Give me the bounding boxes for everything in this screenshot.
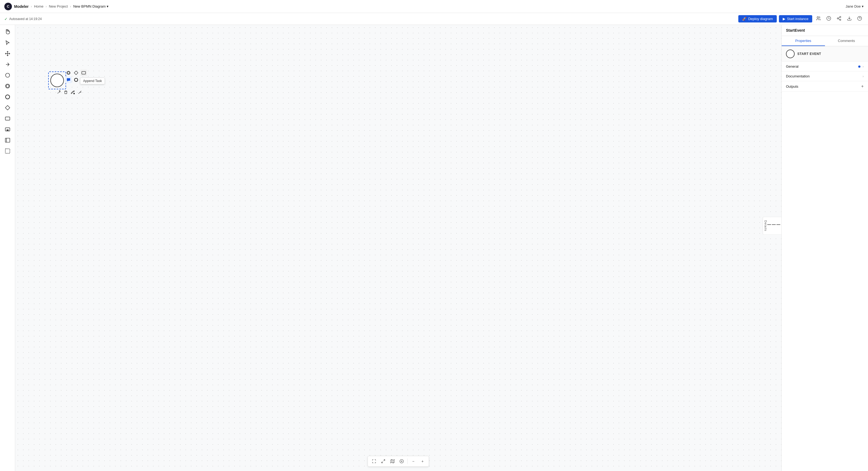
intermediate-event-button[interactable] — [3, 81, 12, 91]
section-outputs-left: Outputs — [786, 85, 799, 89]
svg-point-4 — [840, 19, 841, 21]
top-navigation: C Modeler › Home › New Project › New BPM… — [0, 0, 868, 13]
section-general[interactable]: General › — [782, 62, 868, 71]
ctx-wrench[interactable] — [56, 89, 62, 95]
svg-point-0 — [817, 17, 819, 18]
ctx-append-end-event[interactable] — [73, 76, 79, 83]
svg-point-29 — [74, 78, 78, 82]
zoom-in-button[interactable]: + — [418, 457, 427, 465]
app-logo: C — [4, 3, 12, 10]
deploy-diagram-button[interactable]: 🚀 Deploy diagram — [738, 15, 776, 23]
breadcrumb-sep-2: › — [45, 5, 46, 8]
ctx-row-2 — [65, 76, 87, 83]
start-event-element[interactable]: Append Task — [50, 74, 64, 87]
subprocess-button[interactable] — [3, 125, 12, 134]
ctx-append-task[interactable] — [81, 69, 87, 76]
panel-tabs: Properties Comments — [782, 36, 868, 46]
pool-button[interactable] — [3, 135, 12, 145]
group-icon — [5, 148, 10, 154]
svg-point-16 — [5, 95, 9, 99]
fit-to-screen-button[interactable] — [370, 457, 378, 465]
fit-screen-icon — [372, 459, 376, 464]
app-name: Modeler — [14, 4, 29, 9]
select-tool-button[interactable] — [3, 38, 12, 48]
ctx-actions-bottom — [56, 89, 83, 95]
breadcrumb-project[interactable]: New Project — [49, 4, 68, 8]
bpmn-canvas[interactable]: Append Task — [15, 25, 781, 471]
svg-marker-35 — [391, 459, 395, 463]
svg-rect-22 — [5, 138, 10, 143]
select-icon — [5, 40, 10, 45]
ctx-append-gateway[interactable] — [73, 69, 79, 76]
user-chevron-icon: ▾ — [862, 4, 864, 8]
rocket-icon: 🚀 — [742, 17, 746, 21]
end-event-button[interactable] — [3, 92, 12, 102]
diagram-name[interactable]: New BPMN Diagram ▾ — [73, 4, 108, 8]
svg-rect-28 — [82, 71, 86, 74]
section-outputs[interactable]: Outputs + — [782, 81, 868, 92]
autosave-text: Autosaved at 14:19:24 — [9, 17, 42, 21]
section-general-left: General — [786, 64, 799, 68]
group-button[interactable] — [3, 146, 12, 156]
ctx-append-intermediate[interactable] — [65, 69, 72, 76]
collaborators-button[interactable] — [814, 15, 823, 23]
double-circle-icon — [5, 83, 10, 89]
panel-content: START EVENT General › Documentation › — [782, 46, 868, 471]
hand-icon — [5, 29, 10, 35]
circle-tool-button[interactable] — [3, 70, 12, 80]
start-event-circle[interactable] — [50, 74, 64, 87]
breadcrumb-home[interactable]: Home — [34, 4, 43, 8]
ctx-color[interactable] — [70, 89, 76, 95]
zoom-out-button[interactable]: − — [409, 457, 417, 465]
ctx-line[interactable] — [77, 89, 83, 95]
download-icon — [847, 16, 852, 21]
context-tools — [65, 69, 87, 83]
task-button[interactable] — [3, 114, 12, 123]
crosshair-icon — [400, 459, 404, 464]
gateway-button[interactable] — [3, 103, 12, 113]
pool-icon — [5, 137, 10, 143]
tab-comments[interactable]: Comments — [825, 36, 868, 46]
connect-tool-button[interactable] — [3, 60, 12, 69]
svg-point-30 — [74, 93, 75, 94]
details-tab[interactable]: Details — [763, 217, 781, 235]
start-instance-button[interactable]: ▶ Start instance — [779, 15, 812, 23]
ctx-row-1 — [65, 69, 87, 76]
help-button[interactable] — [856, 15, 864, 23]
outputs-add-icon[interactable]: + — [861, 84, 864, 89]
share-button[interactable] — [835, 15, 843, 23]
svg-line-34 — [382, 462, 383, 463]
minimap-button[interactable] — [389, 457, 397, 465]
breadcrumb-sep-3: › — [70, 5, 71, 8]
ctx-comment[interactable] — [65, 76, 72, 83]
people-icon — [816, 16, 821, 21]
rectangle-icon — [5, 116, 10, 121]
hamburger-lines — [767, 220, 780, 229]
download-button[interactable] — [845, 15, 854, 23]
hand-tool-button[interactable] — [3, 27, 12, 37]
reset-view-button[interactable] — [398, 457, 406, 465]
main-layout: Append Task — [0, 25, 868, 471]
details-tab-label: Details — [764, 220, 767, 231]
canvas-bottom-toolbar: − + — [368, 456, 429, 467]
checkmark-icon: ✓ — [4, 17, 7, 21]
panel-title: StartEvent — [782, 25, 868, 36]
fullscreen-button[interactable] — [379, 457, 388, 465]
section-general-right: › — [858, 65, 864, 68]
toolbar-actions: 🚀 Deploy diagram ▶ Start instance — [738, 15, 864, 23]
tab-properties[interactable]: Properties — [782, 36, 825, 46]
right-panel: StartEvent Properties Comments START EVE… — [781, 25, 868, 471]
general-dot-indicator — [858, 65, 861, 68]
play-icon: ▶ — [783, 17, 785, 21]
breadcrumb-sep-1: › — [31, 5, 32, 8]
autosave-status: ✓ Autosaved at 14:19:24 — [4, 17, 42, 21]
section-documentation[interactable]: Documentation › — [782, 71, 868, 81]
left-toolbar — [0, 25, 15, 471]
user-name[interactable]: Jane Doe ▾ — [845, 4, 864, 8]
move-tool-button[interactable] — [3, 49, 12, 59]
zoom-out-label: − — [412, 459, 414, 464]
history-button[interactable] — [825, 15, 833, 23]
svg-rect-24 — [5, 149, 10, 154]
ctx-delete[interactable] — [63, 89, 69, 95]
svg-line-5 — [838, 19, 840, 20]
